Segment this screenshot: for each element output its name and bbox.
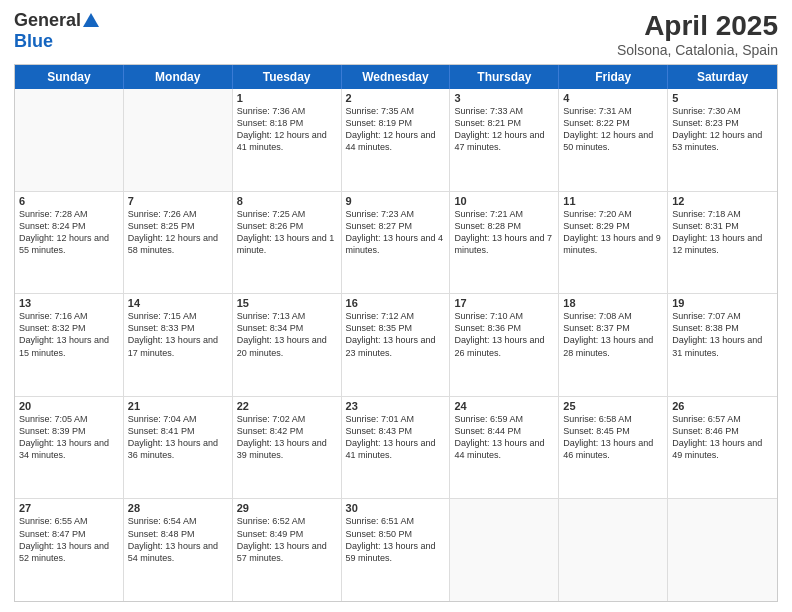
calendar-cell: [668, 499, 777, 601]
cell-info: Sunrise: 7:35 AMSunset: 8:19 PMDaylight:…: [346, 105, 446, 154]
cell-info: Sunrise: 7:30 AMSunset: 8:23 PMDaylight:…: [672, 105, 773, 154]
calendar-cell: [124, 89, 233, 191]
calendar-row: 20Sunrise: 7:05 AMSunset: 8:39 PMDayligh…: [15, 396, 777, 499]
calendar: SundayMondayTuesdayWednesdayThursdayFrid…: [14, 64, 778, 602]
calendar-cell: 23Sunrise: 7:01 AMSunset: 8:43 PMDayligh…: [342, 397, 451, 499]
calendar-row: 1Sunrise: 7:36 AMSunset: 8:18 PMDaylight…: [15, 89, 777, 191]
logo-triangle-icon: [83, 13, 99, 27]
day-number: 3: [454, 92, 554, 104]
calendar-cell: 11Sunrise: 7:20 AMSunset: 8:29 PMDayligh…: [559, 192, 668, 294]
header: General Blue April 2025 Solsona, Catalon…: [14, 10, 778, 58]
day-header-tuesday: Tuesday: [233, 65, 342, 89]
cell-info: Sunrise: 7:04 AMSunset: 8:41 PMDaylight:…: [128, 413, 228, 462]
calendar-cell: 25Sunrise: 6:58 AMSunset: 8:45 PMDayligh…: [559, 397, 668, 499]
title-block: April 2025 Solsona, Catalonia, Spain: [617, 10, 778, 58]
day-number: 28: [128, 502, 228, 514]
day-number: 21: [128, 400, 228, 412]
calendar-cell: 8Sunrise: 7:25 AMSunset: 8:26 PMDaylight…: [233, 192, 342, 294]
day-number: 23: [346, 400, 446, 412]
subtitle: Solsona, Catalonia, Spain: [617, 42, 778, 58]
cell-info: Sunrise: 7:20 AMSunset: 8:29 PMDaylight:…: [563, 208, 663, 257]
calendar-cell: 17Sunrise: 7:10 AMSunset: 8:36 PMDayligh…: [450, 294, 559, 396]
calendar-cell: 13Sunrise: 7:16 AMSunset: 8:32 PMDayligh…: [15, 294, 124, 396]
day-number: 5: [672, 92, 773, 104]
day-number: 24: [454, 400, 554, 412]
cell-info: Sunrise: 7:26 AMSunset: 8:25 PMDaylight:…: [128, 208, 228, 257]
day-number: 15: [237, 297, 337, 309]
day-number: 20: [19, 400, 119, 412]
calendar-cell: 24Sunrise: 6:59 AMSunset: 8:44 PMDayligh…: [450, 397, 559, 499]
day-number: 2: [346, 92, 446, 104]
day-number: 25: [563, 400, 663, 412]
calendar-cell: [15, 89, 124, 191]
day-header-monday: Monday: [124, 65, 233, 89]
calendar-cell: 22Sunrise: 7:02 AMSunset: 8:42 PMDayligh…: [233, 397, 342, 499]
cell-info: Sunrise: 7:33 AMSunset: 8:21 PMDaylight:…: [454, 105, 554, 154]
cell-info: Sunrise: 7:12 AMSunset: 8:35 PMDaylight:…: [346, 310, 446, 359]
day-number: 6: [19, 195, 119, 207]
day-number: 30: [346, 502, 446, 514]
calendar-cell: 20Sunrise: 7:05 AMSunset: 8:39 PMDayligh…: [15, 397, 124, 499]
day-header-thursday: Thursday: [450, 65, 559, 89]
day-number: 16: [346, 297, 446, 309]
cell-info: Sunrise: 6:55 AMSunset: 8:47 PMDaylight:…: [19, 515, 119, 564]
calendar-cell: 12Sunrise: 7:18 AMSunset: 8:31 PMDayligh…: [668, 192, 777, 294]
cell-info: Sunrise: 7:02 AMSunset: 8:42 PMDaylight:…: [237, 413, 337, 462]
day-number: 10: [454, 195, 554, 207]
cell-info: Sunrise: 7:13 AMSunset: 8:34 PMDaylight:…: [237, 310, 337, 359]
day-number: 8: [237, 195, 337, 207]
calendar-cell: 7Sunrise: 7:26 AMSunset: 8:25 PMDaylight…: [124, 192, 233, 294]
logo-general-text: General: [14, 10, 81, 31]
cell-info: Sunrise: 6:57 AMSunset: 8:46 PMDaylight:…: [672, 413, 773, 462]
calendar-cell: 16Sunrise: 7:12 AMSunset: 8:35 PMDayligh…: [342, 294, 451, 396]
cell-info: Sunrise: 7:31 AMSunset: 8:22 PMDaylight:…: [563, 105, 663, 154]
calendar-row: 13Sunrise: 7:16 AMSunset: 8:32 PMDayligh…: [15, 293, 777, 396]
calendar-cell: 28Sunrise: 6:54 AMSunset: 8:48 PMDayligh…: [124, 499, 233, 601]
cell-info: Sunrise: 6:54 AMSunset: 8:48 PMDaylight:…: [128, 515, 228, 564]
cell-info: Sunrise: 6:59 AMSunset: 8:44 PMDaylight:…: [454, 413, 554, 462]
day-number: 14: [128, 297, 228, 309]
calendar-cell: 21Sunrise: 7:04 AMSunset: 8:41 PMDayligh…: [124, 397, 233, 499]
calendar-cell: 15Sunrise: 7:13 AMSunset: 8:34 PMDayligh…: [233, 294, 342, 396]
cell-info: Sunrise: 7:01 AMSunset: 8:43 PMDaylight:…: [346, 413, 446, 462]
cell-info: Sunrise: 6:52 AMSunset: 8:49 PMDaylight:…: [237, 515, 337, 564]
day-number: 1: [237, 92, 337, 104]
calendar-cell: [450, 499, 559, 601]
calendar-row: 27Sunrise: 6:55 AMSunset: 8:47 PMDayligh…: [15, 498, 777, 601]
day-number: 13: [19, 297, 119, 309]
day-number: 27: [19, 502, 119, 514]
day-number: 11: [563, 195, 663, 207]
day-number: 26: [672, 400, 773, 412]
calendar-cell: 10Sunrise: 7:21 AMSunset: 8:28 PMDayligh…: [450, 192, 559, 294]
calendar-cell: 1Sunrise: 7:36 AMSunset: 8:18 PMDaylight…: [233, 89, 342, 191]
day-header-sunday: Sunday: [15, 65, 124, 89]
cell-info: Sunrise: 7:25 AMSunset: 8:26 PMDaylight:…: [237, 208, 337, 257]
day-header-wednesday: Wednesday: [342, 65, 451, 89]
calendar-cell: 14Sunrise: 7:15 AMSunset: 8:33 PMDayligh…: [124, 294, 233, 396]
page: General Blue April 2025 Solsona, Catalon…: [0, 0, 792, 612]
calendar-cell: 30Sunrise: 6:51 AMSunset: 8:50 PMDayligh…: [342, 499, 451, 601]
calendar-cell: 18Sunrise: 7:08 AMSunset: 8:37 PMDayligh…: [559, 294, 668, 396]
cell-info: Sunrise: 7:28 AMSunset: 8:24 PMDaylight:…: [19, 208, 119, 257]
day-number: 12: [672, 195, 773, 207]
cell-info: Sunrise: 7:10 AMSunset: 8:36 PMDaylight:…: [454, 310, 554, 359]
calendar-cell: 3Sunrise: 7:33 AMSunset: 8:21 PMDaylight…: [450, 89, 559, 191]
day-number: 4: [563, 92, 663, 104]
cell-info: Sunrise: 7:15 AMSunset: 8:33 PMDaylight:…: [128, 310, 228, 359]
cell-info: Sunrise: 7:05 AMSunset: 8:39 PMDaylight:…: [19, 413, 119, 462]
calendar-cell: 29Sunrise: 6:52 AMSunset: 8:49 PMDayligh…: [233, 499, 342, 601]
day-number: 29: [237, 502, 337, 514]
calendar-cell: 26Sunrise: 6:57 AMSunset: 8:46 PMDayligh…: [668, 397, 777, 499]
day-number: 18: [563, 297, 663, 309]
cell-info: Sunrise: 7:08 AMSunset: 8:37 PMDaylight:…: [563, 310, 663, 359]
cell-info: Sunrise: 7:21 AMSunset: 8:28 PMDaylight:…: [454, 208, 554, 257]
cell-info: Sunrise: 7:18 AMSunset: 8:31 PMDaylight:…: [672, 208, 773, 257]
calendar-cell: 4Sunrise: 7:31 AMSunset: 8:22 PMDaylight…: [559, 89, 668, 191]
day-header-saturday: Saturday: [668, 65, 777, 89]
cell-info: Sunrise: 7:07 AMSunset: 8:38 PMDaylight:…: [672, 310, 773, 359]
calendar-cell: 27Sunrise: 6:55 AMSunset: 8:47 PMDayligh…: [15, 499, 124, 601]
calendar-cell: [559, 499, 668, 601]
logo-blue-text: Blue: [14, 31, 53, 52]
day-number: 22: [237, 400, 337, 412]
day-number: 19: [672, 297, 773, 309]
